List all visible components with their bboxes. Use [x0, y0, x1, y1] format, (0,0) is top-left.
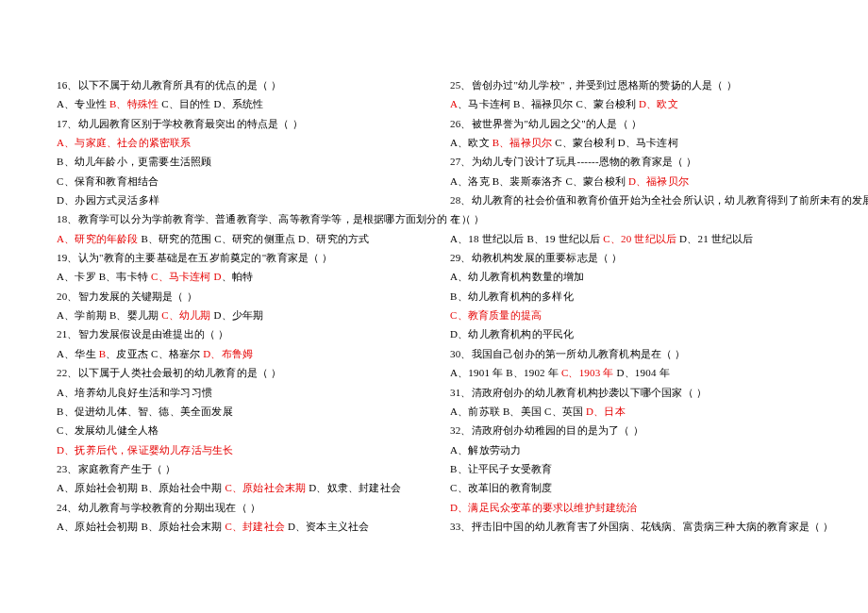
left-line: 23、家庭教育产生于（ ） [57, 459, 418, 478]
left-line: 17、幼儿园教育区别于学校教育最突出的特点是（ ） [57, 114, 418, 133]
body-text: 、帕特 [222, 271, 254, 282]
body-text: A、原始社会初期 B、原始社会中期 [57, 482, 225, 493]
answer-text: C、原始社会末期 [225, 482, 306, 493]
body-text: D、资本主义社会 [285, 521, 370, 532]
right-line: C、改革旧的教育制度 [450, 478, 811, 497]
body-text: A、原始社会初期 B、原始社会末期 [57, 521, 225, 532]
right-line: B、让平民子女受教育 [450, 459, 811, 478]
document-page: 16、以下不属于幼儿教育所具有的优点的是（ ）A、专业性 B、特殊性 C、目的性… [0, 0, 868, 555]
answer-text: C、马卡连柯 D [151, 271, 222, 282]
body-text: A、专业性 [57, 98, 109, 109]
left-line: A、专业性 B、特殊性 C、目的性 D、系统性 [57, 94, 418, 113]
right-line: A、前苏联 B、美国 C、英国 D、日本 [450, 402, 811, 421]
left-line: A、原始社会初期 B、原始社会末期 C、封建社会 D、资本主义社会 [57, 517, 418, 536]
right-line: 在（ ） [450, 209, 811, 228]
body-text: D、奴隶、封建社会 [306, 482, 401, 493]
body-text: C、发展幼儿健全人格 [57, 424, 159, 436]
left-line: 21、智力发展假设是由谁提出的（ ） [57, 324, 418, 343]
body-text: A、1901 年 B、1902 年 [450, 367, 561, 378]
body-text: A、解放劳动力 [450, 444, 521, 456]
right-line: C、教育质量的提高 [450, 306, 811, 324]
right-column: 25、曾创办过"幼儿学校"，并受到过恩格斯的赞扬的人是（ ）A、马卡连柯 B、福… [437, 75, 811, 536]
body-text: 33、抨击旧中国的幼儿教育害了外国病、花钱病、富贵病三种大病的教育家是（ ） [450, 521, 833, 532]
right-line: 27、为幼儿专门设计了玩具------恩物的教育家是（ ） [450, 152, 811, 171]
body-text: 28、幼儿教育的社会价值和教育价值开始为全社会所认识，幼儿教育得到了前所未有的发… [450, 194, 868, 206]
answer-text: D、日本 [586, 406, 626, 417]
left-line: 22、以下属于人类社会最初的幼儿教育的是（ ） [57, 363, 418, 382]
left-line: A、华生 B、皮亚杰 C、格塞尔 D、布鲁姆 [57, 344, 418, 363]
answer-text: D、满足民众变革的要求以维护封建统治 [450, 502, 638, 513]
right-line: D、幼儿教育机构的平民化 [450, 324, 811, 343]
body-text: 21、智力发展假设是由谁提出的（ ） [57, 328, 228, 340]
left-line: A、培养幼儿良好生活和学习习惯 [57, 383, 418, 402]
body-text: 31、清政府创办的幼儿教育机构抄袭以下哪个国家（ ） [450, 387, 707, 398]
right-line: A、幼儿教育机构数量的增加 [450, 267, 811, 286]
body-text: D、幼儿教育机构的平民化 [450, 328, 574, 340]
body-text: C、改革旧的教育制度 [450, 482, 552, 493]
answer-text: A、与家庭、社会的紧密联系 [57, 137, 192, 148]
left-line: 24、幼儿教育与学校教育的分期出现在（ ） [57, 498, 418, 517]
left-line: A、卡罗 B、韦卡特 C、马卡连柯 D、帕特 [57, 267, 418, 286]
body-text: 、皮亚杰 C、格塞尔 [106, 348, 203, 359]
body-text: 在（ ） [450, 213, 485, 224]
right-line: A、欧文 B、福禄贝尔 C、蒙台梭利 D、马卡连柯 [450, 133, 811, 152]
right-line: 28、幼儿教育的社会价值和教育价值开始为全社会所认识，幼儿教育得到了前所未有的发… [450, 191, 811, 209]
right-line: A、18 世纪以后 B、19 世纪以后 C、20 世纪以后 D、21 世纪以后 [450, 229, 811, 248]
right-line: 25、曾创办过"幼儿学校"，并受到过恩格斯的赞扬的人是（ ） [450, 75, 811, 94]
body-text: 26、被世界誉为"幼儿园之父"的人是（ ） [450, 118, 642, 129]
body-text: C、蒙台梭利 D、马卡连柯 [552, 137, 678, 148]
body-text: A、洛克 B、裴斯泰洛齐 C、蒙台梭利 [450, 175, 628, 187]
left-line: 18、教育学可以分为学前教育学、普通教育学、高等教育学等，是根据哪方面划分的（ … [57, 209, 418, 228]
body-text: A、华生 [57, 348, 99, 359]
left-line: D、办园方式灵活多样 [57, 191, 418, 209]
left-line: A、与家庭、社会的紧密联系 [57, 133, 418, 152]
body-text: 17、幼儿园教育区别于学校教育最突出的特点是（ ） [57, 118, 303, 129]
left-line: B、促进幼儿体、智、德、美全面发展 [57, 402, 418, 421]
body-text: D、21 世纪以后 [676, 233, 753, 244]
left-column: 16、以下不属于幼儿教育所具有的优点的是（ ）A、专业性 B、特殊性 C、目的性… [57, 75, 437, 536]
right-line: 31、清政府创办的幼儿教育机构抄袭以下哪个国家（ ） [450, 383, 811, 402]
left-line: A、原始社会初期 B、原始社会中期 C、原始社会末期 D、奴隶、封建社会 [57, 478, 418, 497]
left-line: 20、智力发展的关键期是（ ） [57, 287, 418, 306]
body-text: 16、以下不属于幼儿教育所具有的优点的是（ ） [57, 79, 281, 91]
left-line: B、幼儿年龄小，更需要生活照顾 [57, 152, 418, 171]
answer-text: C、1903 年 [561, 367, 614, 378]
right-line: 29、幼教机构发展的重要标志是（ ） [450, 248, 811, 267]
answer-text: D、抚养后代，保证婴幼儿存活与生长 [57, 444, 233, 456]
right-line: 30、我国自己创办的第一所幼儿教育机构是在（ ） [450, 344, 811, 363]
right-line: B、幼儿教育机构的多样化 [450, 287, 811, 306]
right-line: A、解放劳动力 [450, 440, 811, 459]
body-text: B、让平民子女受教育 [450, 463, 552, 474]
body-text: 24、幼儿教育与学校教育的分期出现在（ ） [57, 502, 260, 513]
body-text: C、目的性 D、系统性 [159, 98, 263, 109]
answer-text: C、教育质量的提高 [450, 309, 542, 321]
body-text: 22、以下属于人类社会最初的幼儿教育的是（ ） [57, 367, 281, 378]
body-text: A、欧文 [450, 137, 492, 148]
body-text: A、18 世纪以后 B、19 世纪以后 [450, 233, 603, 244]
left-line: A、研究的年龄段 B、研究的范围 C、研究的侧重点 D、研究的方式 [57, 229, 418, 248]
right-line: D、满足民众变革的要求以维护封建统治 [450, 498, 811, 517]
body-text: 29、幼教机构发展的重要标志是（ ） [450, 252, 622, 263]
left-line: D、抚养后代，保证婴幼儿存活与生长 [57, 440, 418, 459]
answer-text: A [450, 98, 458, 109]
answer-text: B、特殊性 [109, 98, 159, 109]
answer-text: D、欧文 [639, 98, 678, 109]
body-text: 25、曾创办过"幼儿学校"，并受到过恩格斯的赞扬的人是（ ） [450, 79, 737, 91]
left-line: C、保育和教育相结合 [57, 172, 418, 191]
body-text: A、学前期 B、婴儿期 [57, 309, 161, 321]
right-line: 26、被世界誉为"幼儿园之父"的人是（ ） [450, 114, 811, 133]
body-text: B、促进幼儿体、智、德、美全面发展 [57, 406, 233, 417]
body-text: B、研究的范围 C、研究的侧重点 D、研究的方式 [139, 233, 370, 244]
left-line: 16、以下不属于幼儿教育所具有的优点的是（ ） [57, 75, 418, 94]
right-line: A、洛克 B、裴斯泰洛齐 C、蒙台梭利 D、福禄贝尔 [450, 172, 811, 191]
left-line: 19、认为"教育的主要基础是在五岁前奠定的"教育家是（ ） [57, 248, 418, 267]
answer-text: C、幼儿期 [161, 309, 210, 321]
body-text: B、幼儿教育机构的多样化 [450, 290, 574, 302]
answer-text: C、20 世纪以后 [603, 233, 676, 244]
body-text: 30、我国自己创办的第一所幼儿教育机构是在（ ） [450, 348, 686, 359]
left-line: A、学前期 B、婴儿期 C、幼儿期 D、少年期 [57, 306, 418, 324]
answer-text: A、研究的年龄段 [57, 233, 139, 244]
body-text: A、卡罗 B、韦卡特 [57, 271, 151, 282]
right-line: 33、抨击旧中国的幼儿教育害了外国病、花钱病、富贵病三种大病的教育家是（ ） [450, 517, 811, 536]
body-text: D、少年期 [211, 309, 264, 321]
